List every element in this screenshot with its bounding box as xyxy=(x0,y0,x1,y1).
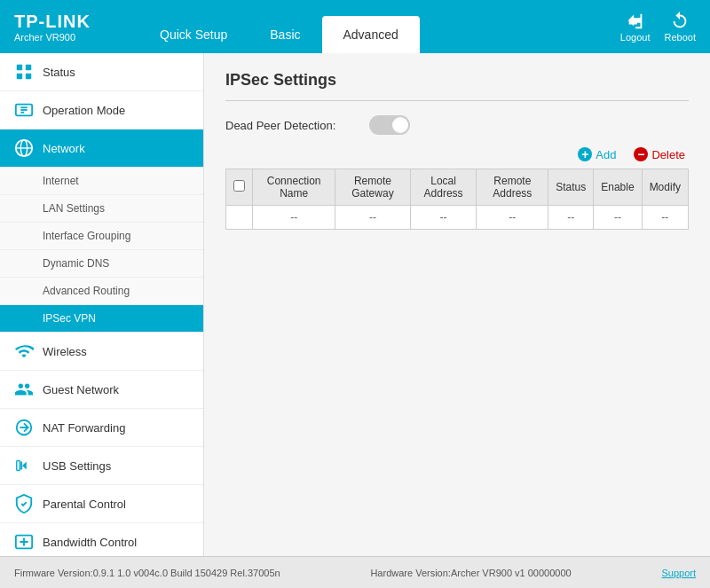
tab-quick-setup[interactable]: Quick Setup xyxy=(138,16,248,53)
row-modify: -- xyxy=(642,206,688,230)
sidebar-item-wireless-label: Wireless xyxy=(43,345,87,358)
svg-rect-3 xyxy=(26,74,31,79)
col-checkbox xyxy=(226,169,253,206)
sidebar-item-network-label: Network xyxy=(43,142,85,155)
main-layout: Status Operation Mode Network Internet L… xyxy=(0,53,710,556)
sidebar-subitem-dynamic-dns[interactable]: Dynamic DNS xyxy=(0,250,203,278)
row-remote-address: -- xyxy=(477,206,548,230)
svg-rect-1 xyxy=(26,65,31,70)
logo-area: TP-LINK Archer VR900 xyxy=(14,12,138,43)
add-icon: + xyxy=(578,147,592,161)
add-label: Add xyxy=(596,148,616,161)
sidebar-subitem-internet[interactable]: Internet xyxy=(0,168,203,195)
firmware-version: Firmware Version:0.9.1 1.0 v004c.0 Build… xyxy=(14,568,280,578)
logout-button[interactable]: Logout xyxy=(620,11,651,43)
wireless-icon xyxy=(14,341,34,361)
sidebar-item-network[interactable]: Network xyxy=(0,129,203,168)
guest-network-icon xyxy=(14,380,34,399)
network-icon xyxy=(14,138,34,158)
sidebar-item-nat-forwarding-label: NAT Forwarding xyxy=(43,421,125,435)
sidebar-item-parental-control[interactable]: Parental Control xyxy=(0,485,203,523)
status-icon xyxy=(14,62,34,82)
header-actions: Logout Reboot xyxy=(620,11,696,43)
col-remote-gateway: Remote Gateway xyxy=(335,169,410,206)
row-connection-name: -- xyxy=(253,206,335,230)
sidebar-subitem-advanced-routing[interactable]: Advanced Routing xyxy=(0,278,203,305)
support-link[interactable]: Support xyxy=(661,568,696,578)
svg-rect-2 xyxy=(17,74,22,79)
sidebar-item-nat-forwarding[interactable]: NAT Forwarding xyxy=(0,409,203,447)
svg-rect-13 xyxy=(17,461,20,471)
usb-settings-icon xyxy=(14,456,34,475)
svg-rect-0 xyxy=(17,65,22,70)
sidebar-item-parental-control-label: Parental Control xyxy=(43,498,126,511)
sidebar-subitem-lan-settings[interactable]: LAN Settings xyxy=(0,195,203,223)
content-area: IPSec Settings Dead Peer Detection: + Ad… xyxy=(204,53,710,556)
row-remote-gateway: -- xyxy=(335,206,410,230)
sidebar-item-usb-settings[interactable]: USB Settings xyxy=(0,447,203,485)
dead-peer-detection-row: Dead Peer Detection: xyxy=(225,115,689,135)
delete-label: Delete xyxy=(651,148,685,161)
brand-name: TP-LINK xyxy=(14,12,138,32)
model-name: Archer VR900 xyxy=(14,32,138,43)
dead-peer-detection-label: Dead Peer Detection: xyxy=(225,119,359,132)
sidebar-item-operation-mode-label: Operation Mode xyxy=(43,104,125,117)
parental-control-icon xyxy=(14,494,34,514)
sidebar-subitem-interface-grouping[interactable]: Interface Grouping xyxy=(0,223,203,250)
dead-peer-detection-toggle[interactable] xyxy=(369,115,410,135)
sidebar-item-operation-mode[interactable]: Operation Mode xyxy=(0,91,203,129)
toggle-knob xyxy=(392,117,408,133)
sidebar-subitem-ipsec-vpn[interactable]: IPSec VPN xyxy=(0,305,203,333)
page-title: IPSec Settings xyxy=(225,71,689,90)
operation-mode-icon xyxy=(14,100,34,120)
ipsec-table: Connection Name Remote Gateway Local Add… xyxy=(225,169,689,230)
sidebar-item-guest-network-label: Guest Network xyxy=(43,383,119,396)
title-divider xyxy=(225,100,689,101)
sidebar-item-bandwidth-control[interactable]: Bandwidth Control xyxy=(0,523,203,556)
row-local-address: -- xyxy=(410,206,477,230)
sidebar-item-guest-network[interactable]: Guest Network xyxy=(0,371,203,409)
sidebar-item-status[interactable]: Status xyxy=(0,53,203,91)
delete-icon: − xyxy=(634,147,648,161)
logout-icon xyxy=(626,11,645,30)
row-enable: -- xyxy=(594,206,642,230)
header: TP-LINK Archer VR900 Quick Setup Basic A… xyxy=(0,0,710,53)
table-header-row: Connection Name Remote Gateway Local Add… xyxy=(226,169,689,206)
col-status: Status xyxy=(548,169,594,206)
col-remote-address: Remote Address xyxy=(477,169,548,206)
nav-tabs: Quick Setup Basic Advanced xyxy=(138,0,620,53)
col-local-address: Local Address xyxy=(410,169,477,206)
row-status: -- xyxy=(548,206,594,230)
col-enable: Enable xyxy=(594,169,642,206)
col-modify: Modify xyxy=(642,169,688,206)
tab-advanced[interactable]: Advanced xyxy=(322,16,420,53)
sidebar-item-status-label: Status xyxy=(43,66,75,79)
sidebar: Status Operation Mode Network Internet L… xyxy=(0,53,204,556)
nat-forwarding-icon xyxy=(14,418,34,437)
sidebar-item-usb-settings-label: USB Settings xyxy=(43,459,111,473)
reboot-button[interactable]: Reboot xyxy=(665,11,696,43)
row-checkbox-cell xyxy=(226,206,253,230)
table-row: -- -- -- -- -- -- -- xyxy=(226,206,689,230)
sidebar-item-wireless[interactable]: Wireless xyxy=(0,333,203,371)
col-connection-name: Connection Name xyxy=(253,169,335,206)
hardware-version: Hardware Version:Archer VR900 v1 0000000… xyxy=(370,568,571,578)
select-all-checkbox[interactable] xyxy=(233,180,245,192)
tab-basic[interactable]: Basic xyxy=(248,16,321,53)
delete-button[interactable]: − Delete xyxy=(630,145,689,163)
table-toolbar: + Add − Delete xyxy=(225,145,689,163)
reboot-icon xyxy=(670,11,690,30)
sidebar-item-bandwidth-control-label: Bandwidth Control xyxy=(43,536,137,549)
footer: Firmware Version:0.9.1 1.0 v004c.0 Build… xyxy=(0,556,710,588)
network-submenu: Internet LAN Settings Interface Grouping… xyxy=(0,168,203,333)
add-button[interactable]: + Add xyxy=(574,145,619,163)
bandwidth-control-icon xyxy=(14,532,34,552)
